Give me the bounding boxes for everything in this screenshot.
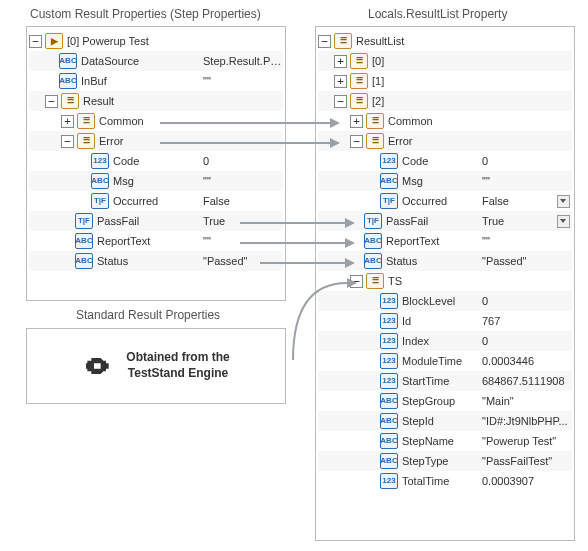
node-label[interactable]: Code xyxy=(402,151,482,171)
node-label[interactable]: Code xyxy=(113,151,203,171)
boolean-icon: T|F xyxy=(380,193,398,209)
title-custom-result-properties: Custom Result Properties (Step Propertie… xyxy=(30,7,261,21)
tree-row: ABCStatus"Passed" xyxy=(29,251,283,271)
boolean-icon: T|F xyxy=(364,213,382,229)
expand-toggle[interactable]: + xyxy=(350,115,363,128)
node-label[interactable]: ReportText xyxy=(97,231,203,251)
node-label[interactable]: Occurred xyxy=(113,191,203,211)
node-value[interactable]: 0 xyxy=(482,331,572,351)
tree-row: 123Code0 xyxy=(318,151,572,171)
container-icon: ☰ xyxy=(350,53,368,69)
node-label[interactable]: ResultList xyxy=(356,31,482,51)
node-label[interactable]: Common xyxy=(99,111,203,131)
node-label[interactable]: DataSource xyxy=(81,51,203,71)
tree-row: 123Index0 xyxy=(318,331,572,351)
node-value[interactable]: 767 xyxy=(482,311,572,331)
expand-toggle[interactable]: − xyxy=(61,135,74,148)
number-icon: 123 xyxy=(380,293,398,309)
node-label[interactable]: Result xyxy=(83,91,203,111)
container-icon: ☰ xyxy=(77,113,95,129)
tree-row: ABCReportText"" xyxy=(29,231,283,251)
node-value[interactable]: "Passed" xyxy=(203,251,283,271)
engine-icon xyxy=(82,350,114,382)
node-label[interactable]: StepType xyxy=(402,451,482,471)
tree-row: 123ModuleTime0.0003446 xyxy=(318,351,572,371)
expand-toggle[interactable]: + xyxy=(334,55,347,68)
node-label[interactable]: InBuf xyxy=(81,71,203,91)
node-value[interactable]: 0.0003907 xyxy=(482,471,572,491)
string-icon: ABC xyxy=(380,433,398,449)
node-value[interactable]: 684867.5111908 xyxy=(482,371,572,391)
node-label[interactable]: [1] xyxy=(372,71,482,91)
node-label[interactable]: Occurred xyxy=(402,191,482,211)
dropdown-button[interactable] xyxy=(557,195,570,208)
standard-result-panel: Obtained from theTestStand Engine xyxy=(26,328,286,404)
node-label[interactable]: Id xyxy=(402,311,482,331)
node-label[interactable]: ModuleTime xyxy=(402,351,482,371)
string-icon: ABC xyxy=(364,253,382,269)
node-value[interactable]: "Main" xyxy=(482,391,572,411)
node-value[interactable]: "Passed" xyxy=(482,251,572,271)
expand-toggle[interactable]: + xyxy=(334,75,347,88)
expand-toggle[interactable]: + xyxy=(61,115,74,128)
node-label[interactable]: StepGroup xyxy=(402,391,482,411)
expand-toggle[interactable]: − xyxy=(350,135,363,148)
dropdown-button[interactable] xyxy=(557,215,570,228)
node-label[interactable]: ReportText xyxy=(386,231,482,251)
node-value[interactable]: False xyxy=(203,191,283,211)
node-value[interactable]: "ID#:Jt9NlbPHP... xyxy=(482,411,572,431)
node-value[interactable]: "" xyxy=(203,231,283,251)
node-label[interactable]: TS xyxy=(388,271,482,291)
node-value[interactable]: "" xyxy=(203,171,283,191)
tree-row: −☰Error xyxy=(29,131,283,151)
expand-toggle[interactable]: − xyxy=(318,35,331,48)
node-label[interactable]: [0] xyxy=(372,51,482,71)
expand-toggle[interactable]: − xyxy=(45,95,58,108)
node-label[interactable]: Status xyxy=(97,251,203,271)
expand-toggle[interactable]: − xyxy=(334,95,347,108)
node-label[interactable]: Msg xyxy=(113,171,203,191)
node-value[interactable]: "" xyxy=(482,171,572,191)
node-label[interactable]: PassFail xyxy=(386,211,482,231)
node-value[interactable]: 0 xyxy=(203,151,283,171)
node-value[interactable]: 0.0003446 xyxy=(482,351,572,371)
node-value[interactable]: "" xyxy=(203,71,283,91)
node-label[interactable]: [0] Powerup Test xyxy=(67,31,203,51)
number-icon: 123 xyxy=(380,153,398,169)
number-icon: 123 xyxy=(380,473,398,489)
node-label[interactable]: Error xyxy=(388,131,482,151)
tree-row: ABCDataSourceStep.Result.PassFail xyxy=(29,51,283,71)
node-value[interactable]: 0 xyxy=(482,151,572,171)
container-icon: ☰ xyxy=(61,93,79,109)
node-label[interactable]: Common xyxy=(388,111,482,131)
node-value[interactable]: "PassFailTest" xyxy=(482,451,572,471)
node-value[interactable]: "" xyxy=(482,231,572,251)
expand-toggle[interactable]: − xyxy=(29,35,42,48)
node-label[interactable]: Index xyxy=(402,331,482,351)
container-icon: ☰ xyxy=(77,133,95,149)
node-value[interactable]: True xyxy=(482,211,572,231)
node-label[interactable]: Msg xyxy=(402,171,482,191)
string-icon: ABC xyxy=(380,453,398,469)
node-value[interactable]: 0 xyxy=(482,291,572,311)
tree-row: ABCInBuf"" xyxy=(29,71,283,91)
node-label[interactable]: StartTime xyxy=(402,371,482,391)
tree-row: 123Code0 xyxy=(29,151,283,171)
step-properties-tree[interactable]: −▶[0] Powerup Test ABCDataSourceStep.Res… xyxy=(26,26,286,301)
node-label[interactable]: [2] xyxy=(372,91,482,111)
container-icon: ☰ xyxy=(350,93,368,109)
tree-row: ABCReportText"" xyxy=(318,231,572,251)
node-label[interactable]: TotalTime xyxy=(402,471,482,491)
node-label[interactable]: StepName xyxy=(402,431,482,451)
node-value[interactable]: True xyxy=(203,211,283,231)
node-value[interactable]: False xyxy=(482,191,572,211)
node-label[interactable]: Error xyxy=(99,131,203,151)
node-value[interactable]: "Powerup Test" xyxy=(482,431,572,451)
node-label[interactable]: Status xyxy=(386,251,482,271)
node-value[interactable]: Step.Result.PassFail xyxy=(203,51,283,71)
resultlist-tree[interactable]: −☰ResultList +☰[0] +☰[1] −☰[2] +☰Common … xyxy=(315,26,575,541)
node-label[interactable]: PassFail xyxy=(97,211,203,231)
node-label[interactable]: BlockLevel xyxy=(402,291,482,311)
expand-toggle[interactable]: − xyxy=(350,275,363,288)
node-label[interactable]: StepId xyxy=(402,411,482,431)
